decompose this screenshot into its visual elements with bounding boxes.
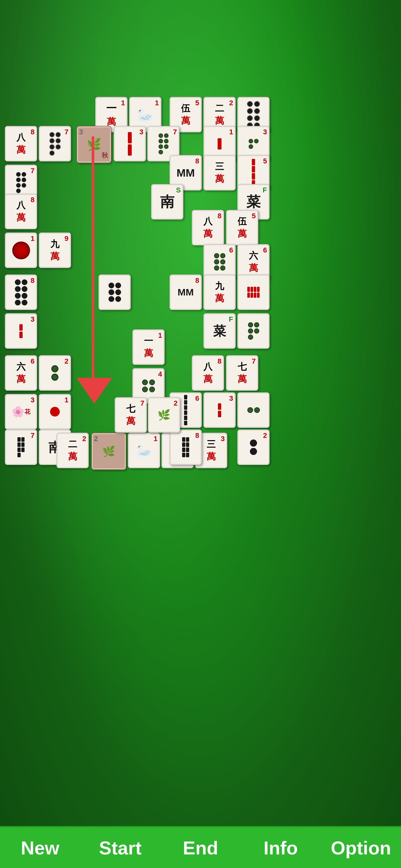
tile-flower-r8[interactable]: F 菜	[204, 313, 236, 349]
tile-3man-r3[interactable]: 三 萬	[204, 155, 236, 190]
tile-8man-r4[interactable]: 8 八 萬	[5, 194, 37, 229]
tile-redbam-r7[interactable]	[237, 275, 270, 310]
arrow-head	[76, 378, 112, 404]
tile-2man-bot[interactable]: 2 二 萬	[57, 433, 89, 468]
info-button[interactable]: Info	[241, 837, 320, 859]
tile-dots-r8r[interactable]	[237, 313, 270, 349]
tile-8bam-botr[interactable]: 8	[169, 430, 202, 465]
toolbar: New Start End Info Option	[0, 826, 401, 868]
tile-1circle[interactable]: 1	[5, 232, 37, 268]
tile-flower-r11[interactable]: 3 🌸 花	[5, 394, 37, 430]
end-button[interactable]: End	[160, 837, 241, 859]
start-button[interactable]: Start	[80, 837, 160, 859]
game-board: 1 一 萬 1 🦢 5 伍 萬 2 二 萬	[0, 0, 401, 826]
tile-6man-r10l[interactable]: 6 六 萬	[5, 355, 37, 391]
tile-2dot-r11r[interactable]	[237, 392, 270, 428]
tile-3circle-r7[interactable]	[98, 275, 131, 310]
tile-7dot-left[interactable]: 7	[39, 126, 71, 161]
tile-7man-r10r[interactable]: 7 七 萬	[226, 355, 258, 391]
tile-mm-r7[interactable]: 8 MM	[169, 275, 202, 310]
tile-2circle-r10[interactable]: 2	[39, 355, 71, 391]
tile-bird-bot[interactable]: 1 🦢	[128, 433, 160, 468]
tile-bamboo-highlighted-bot[interactable]: 2 🌿	[91, 433, 126, 470]
tile-9man-r7[interactable]: 九 萬	[204, 275, 236, 310]
tile-8dot-r7[interactable]: 8	[5, 275, 37, 310]
tile-bamboo-mid[interactable]: 2 🌿	[148, 397, 180, 433]
tile-8man-r5r[interactable]: 8 八 萬	[192, 210, 224, 245]
tile-3bam-r8[interactable]: 3	[5, 313, 37, 349]
tile-7bam-r12l[interactable]: 7	[5, 430, 37, 465]
tile-south[interactable]: S 南	[151, 184, 183, 220]
tile-3bamboo[interactable]: 3	[114, 126, 146, 161]
arrow-line	[92, 136, 94, 388]
tile-7man-botmid[interactable]: 7 七 萬	[115, 397, 147, 433]
tile-9man-r5[interactable]: 9 九 萬	[39, 232, 71, 268]
tile-1man-r9[interactable]: 1 一 萬	[132, 330, 165, 365]
option-button[interactable]: Option	[321, 837, 401, 859]
tile-5man-r5r[interactable]: 5 伍 萬	[226, 210, 258, 245]
tile-8man-r10r[interactable]: 8 八 萬	[192, 355, 224, 391]
tile-1dot-r11[interactable]: 1	[39, 394, 71, 430]
tile-3bam-r11r[interactable]: 3	[204, 392, 236, 428]
tile-8man-left[interactable]: 8 八 萬	[5, 126, 37, 161]
new-button[interactable]: New	[0, 837, 80, 859]
tile-2dot-botr[interactable]: 2	[237, 430, 270, 465]
